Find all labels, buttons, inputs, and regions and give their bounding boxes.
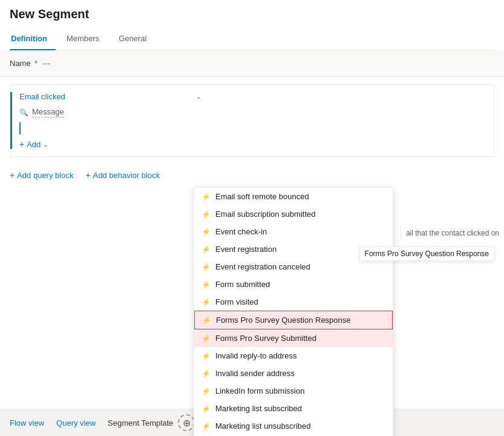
dropdown-item-form-visited[interactable]: ⚡Form visited [194, 293, 393, 311]
dropdown-item-invalid-reply-to-address[interactable]: ⚡Invalid reply-to address [194, 347, 393, 365]
dropdown-item-event-check-in[interactable]: ⚡Event check-in [194, 223, 393, 240]
template-icon: ⊕ [178, 414, 195, 431]
chevron-down-icon: ⌄ [196, 93, 201, 100]
tab-members[interactable]: Members [65, 29, 108, 50]
tab-general[interactable]: General [117, 29, 155, 50]
add-button[interactable]: + Add ⌄ [19, 139, 48, 149]
dropdown-item-label: Email soft remote bounced [215, 192, 309, 201]
lightning-icon: ⚡ [201, 210, 211, 219]
dropdown-item-label: LinkedIn form submission [215, 386, 304, 395]
plus-icon: + [85, 170, 90, 180]
dropdown-item-label: Forms Pro Survey Submitted [215, 334, 316, 343]
dropdown-item-label: Form visited [215, 297, 258, 306]
lightning-icon: ⚡ [201, 228, 211, 236]
tabs-row: Definition Members General [10, 28, 494, 50]
dropdown-list[interactable]: ⚡Email soft remote bounced⚡Email subscri… [194, 188, 393, 436]
message-row: 🔍 Message [19, 107, 486, 117]
lightning-icon: ⚡ [201, 369, 211, 378]
dropdown-item-label: Form submitted [215, 280, 270, 289]
dropdown-item-email-subscription-submitted[interactable]: ⚡Email subscription submitted [194, 205, 393, 223]
required-star: * [34, 59, 38, 68]
action-row: + Add query block + Add behavior block [0, 164, 504, 186]
blue-bar [19, 122, 21, 134]
main-content: Email clicked ⌄ 🔍 Message + Add ⌄ [0, 84, 504, 186]
segment-template-label: Segment Template [108, 418, 173, 428]
plus-icon: + [10, 170, 15, 180]
name-label: Name [10, 59, 31, 68]
lightning-icon: ⚡ [201, 387, 211, 395]
email-clicked-row[interactable]: Email clicked ⌄ [19, 92, 201, 101]
dropdown-item-forms-pro-survey-question-response[interactable]: ⚡Forms Pro Survey Question Response [194, 311, 393, 329]
chevron-down-icon: ⌄ [43, 141, 48, 148]
page-container: New Segment Definition Members General N… [0, 0, 504, 436]
dropdown-item-marketing-list-unsubscribed[interactable]: ⚡Marketing list unsubscribed [194, 417, 393, 435]
add-behavior-block-link[interactable]: + Add behavior block [85, 170, 160, 180]
dropdown-item-linkedin-form-submission[interactable]: ⚡LinkedIn form submission [194, 382, 393, 400]
page-title: New Segment [10, 7, 494, 21]
tooltip-box: Forms Pro Survey Question Response [359, 246, 494, 261]
dropdown-item-label: Marketing list subscribed [215, 404, 302, 413]
lightning-icon: ⚡ [201, 352, 211, 360]
dropdown-item-form-submitted[interactable]: ⚡Form submitted [194, 276, 393, 293]
dropdown-item-forms-pro-survey-submitted[interactable]: ⚡Forms Pro Survey Submitted [194, 329, 393, 347]
dropdown-item-email-soft-remote-bounced[interactable]: ⚡Email soft remote bounced [194, 188, 393, 205]
dropdown-item-label: Invalid reply-to address [215, 351, 296, 360]
lightning-icon: ⚡ [201, 280, 211, 289]
lightning-icon: ⚡ [201, 298, 211, 306]
dropdown-item-label: Event registration canceled [215, 262, 310, 271]
lightning-icon: ⚡ [201, 405, 211, 413]
flow-view-link[interactable]: Flow view [10, 418, 44, 428]
email-clicked-label[interactable]: Email clicked [19, 92, 65, 101]
page-header: New Segment Definition Members General [0, 0, 504, 50]
segment-block: Email clicked ⌄ 🔍 Message + Add ⌄ [10, 84, 494, 157]
tab-definition[interactable]: Definition [10, 29, 56, 50]
dropdown-item-label: Marketing list unsubscribed [215, 421, 311, 431]
plus-icon: + [19, 139, 24, 149]
dropdown-item-label: Event check-in [215, 227, 267, 236]
dropdown-item-label: Email subscription submitted [215, 210, 315, 219]
dropdown-item-label: Event registration [215, 245, 277, 254]
lightning-icon: ⚡ [201, 193, 211, 201]
name-row: Name * --- [0, 50, 504, 77]
dropdown-item-label: Invalid sender address [215, 369, 295, 378]
lightning-icon: ⚡ [201, 422, 211, 431]
query-view-link[interactable]: Query view [56, 418, 96, 428]
message-label[interactable]: Message [32, 107, 64, 117]
lightning-icon: ⚡ [201, 245, 211, 254]
segment-block-inner: Email clicked ⌄ 🔍 Message + Add ⌄ [10, 92, 486, 149]
dropdown-item-label: Forms Pro Survey Question Response [216, 315, 351, 325]
search-icon: 🔍 [19, 108, 28, 117]
lightning-icon: ⚡ [202, 316, 211, 325]
dropdown-menu: ⚡Email soft remote bounced⚡Email subscri… [194, 187, 393, 436]
right-hint-text: ail that the contact clicked on [401, 226, 504, 240]
dropdown-item-invalid-sender-address[interactable]: ⚡Invalid sender address [194, 365, 393, 382]
name-value: --- [42, 59, 50, 68]
lightning-icon: ⚡ [201, 263, 211, 271]
lightning-icon: ⚡ [201, 334, 211, 343]
add-query-block-link[interactable]: + Add query block [10, 170, 73, 180]
dropdown-item-marketing-list-subscribed[interactable]: ⚡Marketing list subscribed [194, 400, 393, 417]
add-button-row: + Add ⌄ [19, 139, 486, 149]
